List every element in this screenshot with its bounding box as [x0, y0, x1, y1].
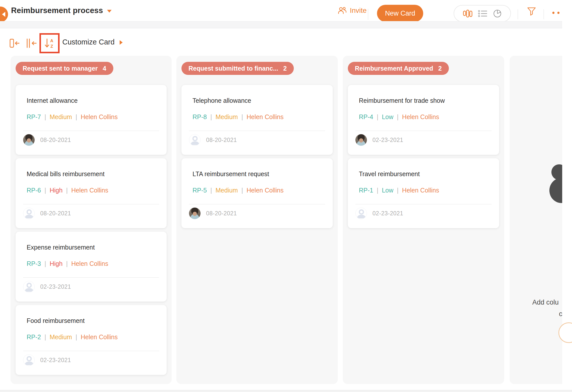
board-toolbar: A Z Customize Card — [0, 28, 572, 56]
card-due-date: 02-23-2021 — [40, 357, 71, 364]
kanban-view-icon — [463, 9, 472, 18]
meta-separator: | — [44, 187, 46, 194]
invite-label: Invite — [350, 7, 367, 15]
meta-separator: | — [75, 333, 77, 341]
header-divider — [518, 9, 518, 19]
card-id[interactable]: RP-2 — [27, 333, 41, 341]
card-id[interactable]: RP-3 — [27, 260, 41, 267]
card-assignee[interactable]: Helen Collins — [402, 113, 439, 121]
header-actions: Invite New Card — [331, 0, 572, 21]
customize-card-expand-icon[interactable] — [120, 40, 123, 45]
card-priority[interactable]: Medium — [215, 113, 238, 121]
column-cards: Internet allowanceRP-7|Medium|Helen Coll… — [11, 75, 172, 375]
back-button[interactable] — [0, 7, 8, 22]
meta-separator: | — [44, 113, 46, 121]
pie-chart-view-icon — [493, 9, 502, 18]
card-id[interactable]: RP-8 — [193, 113, 207, 121]
card-due-date: 08-20-2021 — [40, 137, 71, 143]
card-divider — [23, 204, 159, 204]
card-assignee[interactable]: Helen Collins — [402, 187, 439, 194]
kanban-card[interactable]: Reimbursement for trade showRP-4|Low|Hel… — [348, 85, 499, 155]
add-column-label: Add colu — [532, 299, 559, 306]
card-title: Food reimbursement — [27, 317, 85, 324]
assignee-avatar — [23, 134, 35, 146]
card-title: Medical bills reimbursement — [27, 170, 105, 178]
board-title-dropdown[interactable]: Reimbursement process — [11, 0, 112, 21]
card-divider — [23, 351, 159, 351]
card-meta-row: RP-1|Low|Helen Collins — [359, 187, 439, 194]
sort-button[interactable]: A Z — [44, 38, 55, 48]
card-id[interactable]: RP-5 — [193, 187, 207, 194]
card-priority[interactable]: Low — [382, 187, 393, 194]
card-priority[interactable]: High — [50, 187, 62, 194]
meta-separator: | — [44, 333, 46, 341]
card-meta-row: RP-6|High|Helen Collins — [27, 187, 108, 194]
column-header-pill[interactable]: Request sent to manager4 — [16, 62, 113, 75]
sort-az-icon: A Z — [44, 38, 55, 48]
kanban-card[interactable]: Food reimbursementRP-2|Medium|Helen Coll… — [16, 305, 167, 375]
card-id[interactable]: RP-6 — [27, 187, 41, 194]
new-card-button[interactable]: New Card — [377, 5, 423, 22]
kanban-board: Request sent to manager4Internet allowan… — [0, 56, 572, 384]
card-id[interactable]: RP-1 — [359, 187, 373, 194]
invite-button[interactable]: Invite — [338, 0, 367, 21]
card-assignee[interactable]: Helen Collins — [71, 260, 108, 267]
card-title: LTA reimbursement request — [193, 170, 269, 178]
subheader-band — [0, 21, 572, 28]
meta-separator: | — [241, 187, 243, 194]
collapse-columns-button[interactable] — [26, 38, 37, 49]
card-meta-row: RP-7|Medium|Helen Collins — [27, 113, 118, 121]
card-priority[interactable]: Medium — [50, 113, 72, 121]
kanban-card[interactable]: LTA reimbursement requestRP-5|Medium|Hel… — [181, 158, 333, 228]
card-priority[interactable]: Medium — [215, 187, 238, 194]
kanban-view-button[interactable] — [463, 9, 472, 18]
card-title: Travel reimbursement — [359, 170, 420, 178]
column-title: Reimbursement Approved — [355, 65, 433, 72]
card-meta-row: RP-8|Medium|Helen Collins — [193, 113, 283, 121]
list-view-button[interactable] — [478, 10, 488, 17]
meta-separator: | — [377, 187, 378, 194]
card-footer: 08-20-2021 — [23, 208, 71, 219]
user-placeholder-icon — [356, 208, 367, 219]
card-priority[interactable]: High — [50, 260, 62, 267]
filter-button[interactable] — [527, 7, 536, 16]
card-assignee[interactable]: Helen Collins — [247, 113, 283, 121]
card-assignee[interactable]: Helen Collins — [71, 187, 108, 194]
meta-separator: | — [66, 187, 68, 194]
card-due-date: 08-20-2021 — [40, 210, 71, 217]
card-title: Expense reimbursement — [27, 244, 95, 251]
invite-people-icon — [338, 7, 347, 15]
meta-separator: | — [75, 113, 77, 121]
customize-card-button[interactable]: Customize Card — [62, 28, 115, 56]
card-footer: 02-23-2021 — [355, 134, 403, 146]
kanban-card[interactable]: Travel reimbursementRP-1|Low|Helen Colli… — [348, 158, 499, 228]
svg-text:A: A — [50, 38, 53, 43]
board-column: Reimbursement Approved2Reimbursement for… — [343, 56, 504, 384]
card-footer: 02-23-2021 — [23, 354, 71, 366]
kanban-card[interactable]: Expense reimbursementRP-3|High|Helen Col… — [16, 232, 167, 302]
chart-view-button[interactable] — [493, 9, 502, 18]
card-assignee[interactable]: Helen Collins — [81, 333, 118, 341]
user-placeholder-icon — [23, 281, 35, 292]
column-header-pill[interactable]: Request submitted to financ...2 — [181, 62, 294, 75]
kanban-card[interactable]: Medical bills reimbursementRP-6|High|Hel… — [16, 158, 167, 228]
collapse-cards-button[interactable] — [10, 38, 20, 49]
column-header-pill[interactable]: Reimbursement Approved2 — [348, 62, 449, 75]
assignee-avatar — [355, 134, 367, 146]
meta-separator: | — [44, 260, 46, 267]
assignee-avatar — [23, 208, 35, 219]
kanban-card[interactable]: Internet allowanceRP-7|Medium|Helen Coll… — [16, 85, 167, 155]
card-assignee[interactable]: Helen Collins — [247, 187, 283, 194]
card-divider — [23, 131, 159, 131]
card-due-date: 02-23-2021 — [40, 283, 71, 290]
card-due-date: 08-20-2021 — [206, 210, 237, 217]
kanban-card[interactable]: Telephone allowanceRP-8|Medium|Helen Col… — [181, 85, 333, 155]
card-id[interactable]: RP-7 — [27, 113, 41, 121]
card-title: Reimbursement for trade show — [359, 97, 445, 104]
filter-icon — [527, 7, 536, 16]
card-assignee[interactable]: Helen Collins — [81, 113, 118, 121]
card-priority[interactable]: Medium — [50, 333, 72, 341]
card-priority[interactable]: Low — [382, 113, 393, 121]
card-id[interactable]: RP-4 — [359, 113, 373, 121]
meta-separator: | — [397, 113, 399, 121]
